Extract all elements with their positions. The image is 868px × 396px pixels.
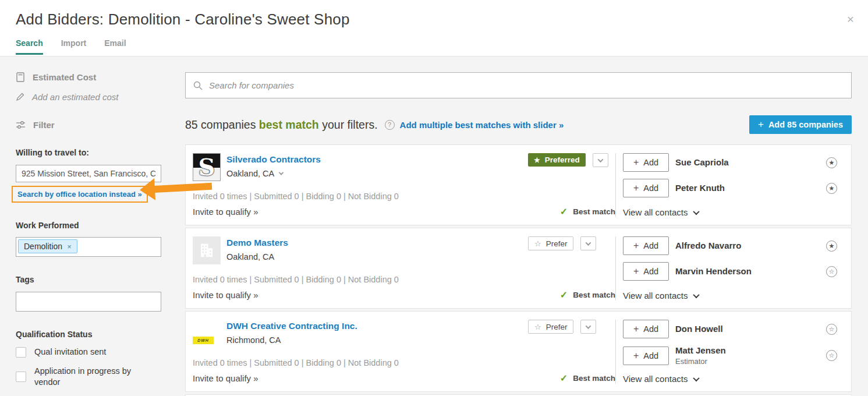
star-icon[interactable]: ★ <box>826 241 837 252</box>
preferred-badge[interactable]: ★ Preferred <box>528 153 586 167</box>
results-header: 85 companies best match your filters. ? … <box>185 115 852 134</box>
contact-row: + Add Peter Knuth ★ <box>623 179 837 197</box>
invite-to-qualify-link[interactable]: Invite to qualify » <box>193 373 258 383</box>
invite-to-qualify-link[interactable]: Invite to qualify » <box>193 290 258 300</box>
contact-row: + Add Don Howell ☆ <box>623 320 837 338</box>
star-outline-icon: ☆ <box>534 239 541 248</box>
qual-option-invitation-sent: Qual invitation sent <box>16 346 169 358</box>
prefer-button[interactable]: ☆ Prefer <box>528 236 573 250</box>
results-panel: 85 companies best match your filters. ? … <box>169 56 868 396</box>
filter-section: Filter <box>16 120 169 130</box>
plus-icon: + <box>633 183 639 193</box>
company-name-link[interactable]: DWH Creative Contracting Inc. <box>226 321 357 331</box>
tab-email[interactable]: Email <box>104 38 126 55</box>
qual-invitation-sent-checkbox[interactable] <box>16 347 26 358</box>
contact-name: Marvin Henderson <box>675 266 820 277</box>
add-estimated-cost-link[interactable]: Add an estimated cost <box>16 92 169 102</box>
tags-label: Tags <box>16 275 169 284</box>
chip-remove-icon[interactable]: × <box>67 242 72 251</box>
company-location: Richmond, CA <box>226 335 357 345</box>
company-stats: Invited 0 times | Submitted 0 | Bidding … <box>193 275 528 284</box>
plus-icon: + <box>633 241 639 251</box>
preference-dropdown-button[interactable] <box>580 236 596 250</box>
add-estimated-cost-label: Add an estimated cost <box>32 92 118 102</box>
work-performed-input[interactable]: Demolition × <box>16 237 161 257</box>
tab-import[interactable]: Import <box>61 38 87 55</box>
best-match-highlight: best match <box>259 118 319 131</box>
company-location-dropdown[interactable]: Oakland, CA <box>226 169 321 178</box>
page-title: Add Bidders: Demolition - Caroline's Swe… <box>16 0 868 29</box>
view-all-contacts[interactable]: View all contacts <box>623 374 837 384</box>
chevron-down-icon <box>586 240 591 246</box>
contact-name: Don Howell <box>675 324 820 334</box>
chevron-down-icon <box>693 208 700 214</box>
tags-input[interactable] <box>16 292 161 312</box>
contact-row: + Add Marvin Henderson ☆ <box>623 262 837 281</box>
contact-row: + Add Alfredo Navarro ★ <box>623 236 837 255</box>
tab-search[interactable]: Search <box>16 38 43 55</box>
application-in-progress-checkbox[interactable] <box>16 372 26 382</box>
filter-label: Filter <box>33 120 55 130</box>
view-all-contacts[interactable]: View all contacts <box>623 207 837 217</box>
star-outline-icon[interactable]: ☆ <box>826 266 837 277</box>
plus-icon: + <box>633 266 639 277</box>
plus-icon: + <box>633 351 639 361</box>
search-by-office-location-link[interactable]: Search by office location instead » <box>17 190 142 199</box>
close-icon[interactable]: × <box>847 13 854 25</box>
company-stats: Invited 0 times | Submitted 0 | Bidding … <box>193 192 528 201</box>
plus-icon: + <box>633 324 639 334</box>
add-contact-button[interactable]: + Add <box>623 320 669 338</box>
results-count-text: 85 companies best match your filters. <box>185 118 378 132</box>
best-match-indicator: ✓ Best match <box>560 289 615 300</box>
best-match-indicator: ✓ Best match <box>560 373 615 384</box>
plus-icon: + <box>633 157 639 168</box>
contact-name: Sue Capriola <box>675 157 820 168</box>
help-icon[interactable]: ? <box>385 120 395 130</box>
company-search-input[interactable] <box>209 80 844 90</box>
tab-bar: Search Import Email <box>16 38 868 55</box>
prefer-button[interactable]: ☆ Prefer <box>528 320 573 334</box>
work-performed-chip: Demolition × <box>18 239 77 253</box>
company-card: DWH DWH Creative Contracting Inc. Richmo… <box>185 311 852 392</box>
view-all-contacts[interactable]: View all contacts <box>623 291 837 300</box>
chevron-down-icon <box>597 157 603 162</box>
contact-name: Matt Jensen Estimator <box>675 345 820 366</box>
star-icon[interactable]: ★ <box>826 157 837 168</box>
company-name-link[interactable]: Demo Masters <box>226 238 288 248</box>
dwh-logo-strip: DWH <box>193 337 214 344</box>
company-card: S Silverado Contractors Oakland, CA Invi… <box>185 144 852 225</box>
modal-header: Add Bidders: Demolition - Caroline's Swe… <box>0 0 868 56</box>
add-contact-button[interactable]: + Add <box>623 179 669 197</box>
calculator-icon <box>16 72 25 82</box>
star-icon: ★ <box>534 156 540 164</box>
estimated-cost-section: Estimated Cost <box>16 72 169 82</box>
star-icon[interactable]: ★ <box>826 183 837 194</box>
company-name-link[interactable]: Silverado Contractors <box>226 154 321 165</box>
company-location: Oakland, CA <box>226 252 288 261</box>
invite-to-qualify-link[interactable]: Invite to qualify » <box>193 207 258 217</box>
star-outline-icon[interactable]: ☆ <box>826 350 837 361</box>
preference-dropdown-button[interactable] <box>580 320 596 334</box>
add-best-matches-slider-link[interactable]: Add multiple best matches with slider » <box>400 120 564 130</box>
chevron-down-icon <box>586 323 591 329</box>
check-icon: ✓ <box>560 289 568 300</box>
contact-title: Estimator <box>675 357 820 366</box>
chevron-down-icon <box>279 170 284 175</box>
arrow-head <box>139 178 155 201</box>
star-outline-icon[interactable]: ☆ <box>826 324 837 335</box>
company-logo-placeholder <box>193 236 221 264</box>
chevron-down-icon <box>693 291 700 298</box>
add-all-companies-button[interactable]: + Add 85 companies <box>749 115 852 134</box>
preference-dropdown-button[interactable] <box>593 153 608 167</box>
callout-arrow <box>139 175 212 201</box>
company-list: S Silverado Contractors Oakland, CA Invi… <box>185 144 852 396</box>
qualification-status-label: Qualification Status <box>16 330 169 339</box>
company-logo: DWH <box>193 320 221 348</box>
contact-row: + Add Matt Jensen Estimator ☆ <box>623 345 837 366</box>
building-icon <box>198 242 215 259</box>
add-contact-button[interactable]: + Add <box>623 153 669 172</box>
add-contact-button[interactable]: + Add <box>623 236 669 255</box>
add-contact-button[interactable]: + Add <box>623 262 669 281</box>
qual-option-in-progress: Application in progress by vendor <box>16 366 169 388</box>
add-contact-button[interactable]: + Add <box>623 346 669 365</box>
